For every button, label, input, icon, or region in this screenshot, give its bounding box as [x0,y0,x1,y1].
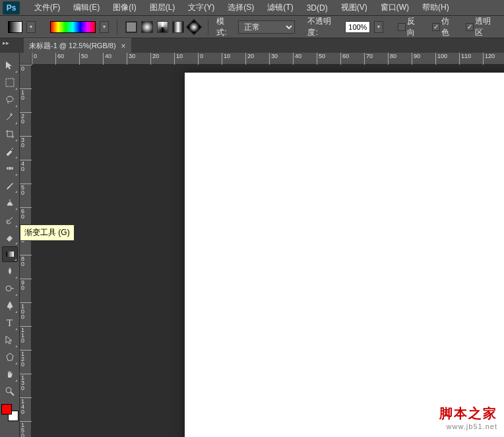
healing-brush-tool[interactable] [2,160,18,176]
document-tab-title: 未标题-1 @ 12.5%(RGB/8) [29,41,116,51]
menu-select[interactable]: 选择(S) [221,0,261,15]
document-tab-bar: 未标题-1 @ 12.5%(RGB/8) × [0,38,504,53]
menu-layer[interactable]: 图层(L) [143,0,182,15]
gradient-type-radial[interactable] [141,21,153,33]
gradient-type-angle[interactable] [157,21,169,33]
menu-bar: Ps 文件(F) 编辑(E) 图像(I) 图层(L) 文字(Y) 选择(S) 滤… [0,0,504,16]
separator [208,19,208,35]
close-tab-icon[interactable]: × [121,42,126,51]
gradient-type-linear[interactable] [125,21,137,33]
svg-rect-0 [6,79,14,86]
menu-image[interactable]: 图像(I) [106,0,142,15]
menu-file[interactable]: 文件(F) [28,0,67,15]
mode-label: 模式: [216,16,234,38]
gradient-picker-dropdown[interactable]: ▾ [100,21,109,33]
shape-tool[interactable] [2,349,18,365]
menu-help[interactable]: 帮助(H) [416,0,456,15]
transparency-checkbox[interactable]: 透明区 [466,16,499,38]
move-tool[interactable] [2,57,18,73]
tool-tooltip: 渐变工具 (G) [20,224,75,241]
vertical-ruler[interactable]: 0102030405060708090100110120130140150 [20,65,32,437]
blur-tool[interactable] [2,263,18,279]
tools-panel: T [0,53,20,437]
menu-3d[interactable]: 3D(D) [300,1,334,15]
svg-rect-3 [6,252,14,257]
opacity-label: 不透明度: [307,16,341,38]
reverse-checkbox[interactable]: 反向 [398,16,423,38]
opacity-input[interactable] [345,21,370,33]
eraser-tool[interactable] [2,229,18,245]
horizontal-ruler[interactable]: 0605040302010010203040506070809010011012… [32,53,504,65]
zoom-tool[interactable] [2,384,18,399]
foreground-color[interactable] [1,404,12,415]
svg-point-1 [7,96,13,102]
menu-filter[interactable]: 滤镜(T) [261,0,299,15]
magic-wand-tool[interactable] [2,109,18,125]
history-brush-tool[interactable] [2,212,18,228]
type-tool[interactable]: T [2,315,18,331]
blend-mode-select[interactable]: 正常 [238,20,294,34]
gradient-type-diamond[interactable] [186,18,203,35]
menu-type[interactable]: 文字(Y) [181,0,221,15]
gradient-editor-preview[interactable] [50,21,96,33]
lasso-tool[interactable] [2,92,18,108]
clone-stamp-tool[interactable] [2,195,18,211]
dodge-tool[interactable] [2,281,18,296]
tool-preset-dropdown[interactable]: ▾ [26,21,36,33]
document-tab[interactable]: 未标题-1 @ 12.5%(RGB/8) × [24,38,131,53]
watermark-text: 脚本之家 [439,405,497,422]
color-swatches[interactable] [1,404,18,421]
pen-tool[interactable] [2,298,18,314]
options-bar: ▾ ▾ 模式: 正常 不透明度: ▾ 反向 仿色 透明区 [0,16,504,38]
path-selection-tool[interactable] [2,332,18,348]
brush-tool[interactable] [2,178,18,193]
app-logo: Ps [3,1,20,15]
canvas-area: 0605040302010010203040506070809010011012… [20,53,504,437]
watermark-url: www.jb51.net [439,422,497,430]
menu-edit[interactable]: 编辑(E) [67,0,106,15]
watermark: 脚本之家 www.jb51.net [439,405,497,430]
dither-checkbox[interactable]: 仿色 [432,16,457,38]
ruler-origin[interactable] [20,53,32,65]
crop-tool[interactable] [2,126,18,142]
document-canvas[interactable] [185,73,504,437]
eyedropper-tool[interactable] [2,143,18,159]
marquee-tool[interactable] [2,75,18,90]
hand-tool[interactable] [2,366,18,382]
gradient-type-reflected[interactable] [172,21,184,33]
tool-preset-icon[interactable] [8,21,22,33]
svg-rect-2 [7,167,13,170]
gradient-tool[interactable] [2,246,18,262]
svg-point-6 [6,387,11,393]
svg-point-4 [6,286,11,291]
menu-window[interactable]: 窗口(W) [374,0,416,15]
svg-marker-5 [7,353,13,360]
separator [117,19,117,35]
menu-view[interactable]: 视图(V) [334,0,374,15]
opacity-dropdown[interactable]: ▾ [374,21,383,33]
collapse-panels-icon[interactable]: ▸▸ [3,40,9,46]
workspace: T 06050403020100102030405060708090100110… [0,53,504,437]
